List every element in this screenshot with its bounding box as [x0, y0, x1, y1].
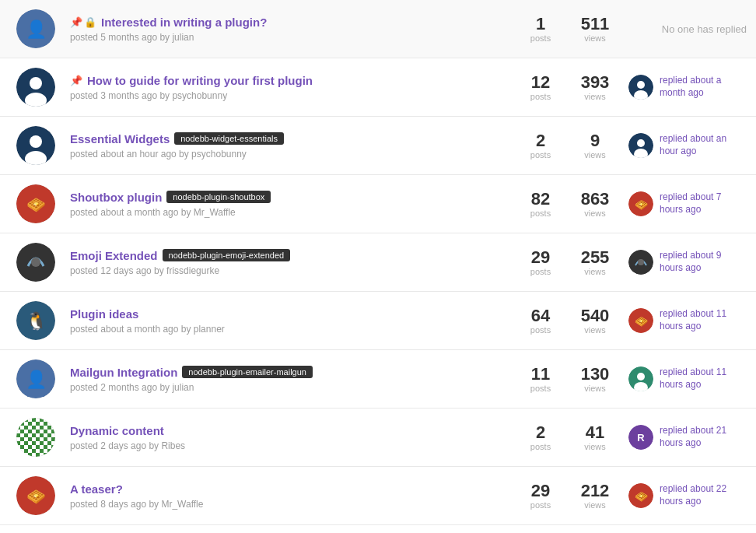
topic-title[interactable]: Dynamic content	[70, 424, 164, 437]
posts-label: posts	[530, 150, 551, 160]
views-count: 212views	[568, 482, 622, 510]
topic-meta: posted 3 months ago by psychobunny	[70, 90, 506, 101]
topic-row: Essential Widgetsnodebb-widget-essential…	[0, 117, 756, 175]
svg-text:🧇: 🧇	[635, 315, 649, 328]
svg-text:🧇: 🧇	[26, 195, 46, 214]
reply-text: replied about 11 hours ago	[660, 308, 747, 332]
reply-info: replied about 11 hours ago	[622, 366, 747, 391]
topic-row: 👤Mailgun Integrationnodebb-plugin-emaile…	[0, 350, 756, 409]
topic-title[interactable]: Mailgun Integration	[70, 366, 177, 379]
topic-title-row: Essential Widgetsnodebb-widget-essential…	[70, 132, 506, 146]
topic-main: Mailgun Integrationnodebb-plugin-emailer…	[62, 366, 513, 393]
views-count: 255views	[568, 248, 622, 276]
topic-icons: 📌🔒	[70, 16, 96, 28]
topic-avatar: 👤	[9, 9, 62, 48]
views-label: views	[584, 209, 606, 218]
views-count: 9views	[568, 131, 622, 160]
reply-avatar	[628, 75, 653, 100]
topic-title[interactable]: Essential Widgets	[70, 132, 170, 146]
topic-title[interactable]: Emoji Extended	[70, 249, 158, 262]
reply-avatar: 🧇	[628, 308, 653, 333]
views-count: 41views	[568, 423, 622, 451]
topic-title-row: Shoutbox pluginnodebb-plugin-shoutbox	[70, 191, 506, 204]
posts-number: 82	[531, 190, 550, 209]
posts-count: 2posts	[513, 131, 568, 160]
posts-count: 1posts	[513, 15, 568, 43]
reply-info: Rreplied about 21 hours ago	[622, 425, 747, 450]
no-reply-text: No one has replied	[628, 23, 747, 35]
reply-text: replied about 7 hours ago	[660, 191, 747, 216]
reply-text: replied about 11 hours ago	[660, 366, 747, 391]
reply-info: replied about a month ago	[622, 75, 747, 100]
posts-label: posts	[530, 209, 551, 218]
topic-row: Dynamic contentposted 2 days ago by Ribe…	[0, 409, 756, 467]
reply-info: 🧇replied about 7 hours ago	[622, 191, 747, 216]
topic-tag[interactable]: nodebb-widget-essentials	[174, 132, 284, 145]
posts-count: 2posts	[513, 423, 568, 451]
svg-text:🧇: 🧇	[635, 198, 649, 212]
svg-text:🐧: 🐧	[26, 310, 47, 331]
views-label: views	[584, 325, 606, 335]
topic-row: Emoji Extendednodebb-plugin-emoji-extend…	[0, 233, 756, 292]
views-number: 9	[590, 131, 600, 150]
views-label: views	[584, 33, 606, 43]
topic-main: 📌🔒Interested in writing a plugin?posted …	[62, 16, 513, 43]
topic-main: A teaser?posted 8 days ago by Mr_Waffle	[62, 482, 513, 510]
topic-meta: posted 2 days ago by Ribes	[70, 440, 506, 451]
topic-title-row: Dynamic content	[70, 424, 506, 437]
topic-title[interactable]: Shoutbox plugin	[70, 191, 162, 204]
views-number: 255	[581, 248, 610, 267]
topic-title[interactable]: Interested in writing a plugin?	[101, 16, 267, 29]
topic-main: Emoji Extendednodebb-plugin-emoji-extend…	[62, 249, 513, 276]
svg-point-3	[30, 77, 42, 89]
posts-count: 12posts	[513, 73, 568, 101]
topic-avatar: 🧇	[9, 184, 62, 223]
posts-number: 64	[531, 307, 550, 325]
svg-text:👤: 👤	[26, 19, 47, 40]
posts-number: 12	[531, 73, 550, 92]
topic-list: 👤📌🔒Interested in writing a plugin?posted…	[0, 0, 756, 525]
svg-point-12	[637, 139, 645, 147]
topic-tag[interactable]: nodebb-plugin-emailer-mailgun	[182, 366, 313, 378]
topic-title[interactable]: How to guide for writing your first plug…	[87, 74, 313, 87]
svg-text:R: R	[637, 432, 645, 444]
topic-tag[interactable]: nodebb-plugin-emoji-extended	[163, 249, 291, 261]
topic-row: 🐧Plugin ideasposted about a month ago by…	[0, 292, 756, 350]
topic-row: 📌How to guide for writing your first plu…	[0, 58, 756, 117]
posts-number: 29	[531, 248, 550, 267]
topic-title[interactable]: Plugin ideas	[70, 307, 138, 321]
views-label: views	[584, 384, 606, 393]
posts-count: 82posts	[513, 190, 568, 218]
svg-point-29	[637, 373, 645, 380]
topic-title-row: 📌How to guide for writing your first plu…	[70, 74, 506, 87]
posts-label: posts	[530, 384, 551, 393]
views-label: views	[584, 442, 606, 451]
lock-icon: 🔒	[84, 16, 96, 28]
topic-avatar: 🧇	[9, 476, 62, 515]
topic-meta: posted about a month ago by planner	[70, 324, 506, 335]
topic-row: 🧇Shoutbox pluginnodebb-plugin-shoutboxpo…	[0, 175, 756, 233]
views-number: 540	[581, 307, 610, 325]
topic-title[interactable]: A teaser?	[70, 482, 123, 496]
topic-title-row: A teaser?	[70, 482, 506, 496]
topic-tag[interactable]: nodebb-plugin-shoutbox	[166, 191, 271, 203]
views-label: views	[584, 500, 606, 510]
views-label: views	[584, 150, 606, 160]
views-number: 41	[586, 423, 604, 442]
posts-number: 29	[531, 482, 550, 500]
topic-main: Dynamic contentposted 2 days ago by Ribe…	[62, 424, 513, 451]
topic-main: Plugin ideasposted about a month ago by …	[62, 307, 513, 335]
pin-icon: 📌	[70, 75, 82, 86]
svg-text:🧇: 🧇	[26, 487, 46, 506]
reply-info: No one has replied	[622, 23, 747, 35]
posts-count: 29posts	[513, 482, 568, 510]
topic-meta: posted 12 days ago by frissdiegurke	[70, 265, 506, 276]
svg-point-9	[30, 135, 42, 148]
topic-title-row: Emoji Extendednodebb-plugin-emoji-extend…	[70, 249, 506, 262]
posts-label: posts	[530, 267, 551, 276]
posts-label: posts	[530, 442, 551, 451]
reply-text: replied about an hour ago	[660, 133, 747, 157]
views-count: 393views	[568, 73, 622, 101]
posts-label: posts	[530, 325, 551, 335]
topic-meta: posted 2 months ago by julian	[70, 382, 506, 393]
